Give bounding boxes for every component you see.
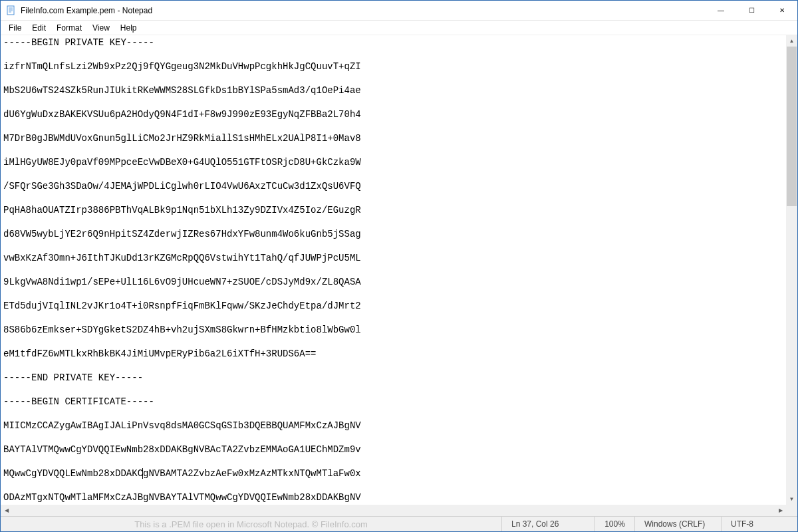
window-title: FileInfo.com Example.pem - Notepad xyxy=(21,6,706,15)
editor-area: -----BEGIN PRIVATE KEY----- izfrNTmQLnfs… xyxy=(1,35,797,516)
statusbar: This is a .PEM file open in Microsoft No… xyxy=(1,516,797,531)
menu-help[interactable]: Help xyxy=(115,22,142,34)
scroll-corner xyxy=(786,505,797,516)
notepad-window: FileInfo.com Example.pem - Notepad — ☐ ✕… xyxy=(0,0,798,532)
scroll-left-arrow-icon[interactable]: ◀ xyxy=(1,505,12,516)
status-cursor-position: Ln 37, Col 26 xyxy=(501,517,595,531)
minimize-button[interactable]: — xyxy=(706,1,736,20)
status-line-endings: Windows (CRLF) xyxy=(634,517,721,531)
status-zoom[interactable]: 100% xyxy=(595,517,634,531)
menu-file[interactable]: File xyxy=(3,22,27,34)
menu-format[interactable]: Format xyxy=(51,22,87,34)
scroll-right-arrow-icon[interactable]: ▶ xyxy=(775,505,786,516)
window-controls: — ☐ ✕ xyxy=(706,1,797,20)
app-icon xyxy=(6,5,17,16)
menubar: File Edit Format View Help xyxy=(1,21,797,35)
vertical-scrollbar[interactable]: ▲ ▼ xyxy=(786,35,797,505)
scroll-thumb-vertical[interactable] xyxy=(787,47,797,206)
status-encoding: UTF-8 xyxy=(721,517,797,531)
titlebar[interactable]: FileInfo.com Example.pem - Notepad — ☐ ✕ xyxy=(1,1,797,21)
menu-view[interactable]: View xyxy=(87,22,115,34)
maximize-button[interactable]: ☐ xyxy=(736,1,767,20)
scroll-down-arrow-icon[interactable]: ▼ xyxy=(786,493,797,505)
status-watermark: This is a .PEM file open in Microsoft No… xyxy=(1,517,501,531)
text-editor[interactable]: -----BEGIN PRIVATE KEY----- izfrNTmQLnfs… xyxy=(1,35,797,516)
svg-rect-0 xyxy=(7,6,14,15)
close-button[interactable]: ✕ xyxy=(767,1,797,20)
scroll-up-arrow-icon[interactable]: ▲ xyxy=(786,35,797,47)
menu-edit[interactable]: Edit xyxy=(27,22,51,34)
horizontal-scrollbar[interactable]: ◀ ▶ xyxy=(1,505,786,516)
